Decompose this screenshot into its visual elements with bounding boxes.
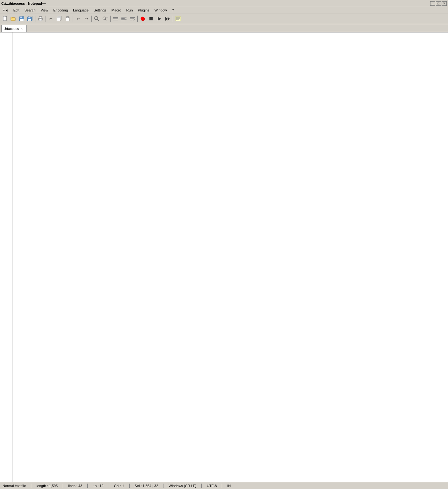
svg-rect-31 [130,20,132,20]
status-sel: Sel : 1,364 | 32 [135,484,158,488]
function-list-button[interactable] [174,15,182,23]
tab-label: .htaccess [4,27,19,31]
menu-bar: File Edit Search View Encoding Language … [0,7,448,13]
svg-marker-36 [168,17,170,21]
menu-language[interactable]: Language [72,8,90,12]
menu-search[interactable]: Search [23,8,37,12]
editor-area [0,32,448,482]
svg-rect-33 [149,17,153,20]
menu-encoding[interactable]: Encoding [52,8,69,12]
toolbar-separator-2 [46,16,46,22]
maximize-button[interactable]: □ [436,1,441,6]
status-ins: IN [227,484,231,488]
toolbar-separator-3 [73,16,73,22]
status-separator-2 [63,484,63,488]
status-line-ending: Windows (CR LF) [169,484,196,488]
menu-help[interactable]: ? [171,8,175,12]
toolbar: ✂ ↩ ↪ → [0,13,448,24]
svg-rect-22 [113,17,118,18]
status-separator-6 [163,484,163,488]
toolbar-separator-6 [137,16,138,22]
toolbar-separator-4 [91,16,92,22]
copy-button[interactable] [55,15,63,23]
status-separator-3 [87,484,88,488]
status-separator-5 [129,484,130,488]
menu-macro[interactable]: Macro [110,8,123,12]
menu-window[interactable]: Window [153,8,168,12]
macro-stop-button[interactable] [147,15,155,23]
menu-plugins[interactable]: Plugins [137,8,151,12]
zoom-in-button[interactable] [112,15,119,23]
menu-run[interactable]: Run [125,8,134,12]
macro-record-button[interactable] [139,15,147,23]
tab-close-button[interactable]: ✕ [20,27,24,31]
svg-point-32 [141,17,145,21]
svg-point-17 [95,17,98,20]
status-separator-8 [222,484,222,488]
status-separator-1 [31,484,31,488]
status-lines: lines : 43 [68,484,82,488]
svg-rect-0 [3,16,6,21]
menu-edit[interactable]: Edit [12,8,21,12]
undo-button[interactable]: ↩ [74,15,82,23]
close-button[interactable]: ✕ [442,1,447,6]
svg-rect-14 [57,17,60,21]
redo-button[interactable]: ↪ [83,15,90,23]
menu-view[interactable]: View [40,8,50,12]
toolbar-separator-1 [35,16,35,22]
save-all-button[interactable] [26,15,34,23]
status-separator-4 [109,484,109,488]
svg-text:→: → [105,16,108,19]
svg-rect-28 [121,21,125,21]
svg-marker-34 [158,17,161,21]
svg-rect-2 [11,17,13,18]
cut-button[interactable]: ✂ [47,15,55,23]
svg-rect-26 [121,18,125,19]
menu-file[interactable]: File [1,8,10,12]
toolbar-separator-7 [173,16,173,22]
minimize-button[interactable]: _ [430,1,435,6]
svg-marker-35 [165,17,168,21]
save-button[interactable] [18,15,25,23]
svg-rect-30 [130,18,134,19]
macro-play-all-button[interactable] [164,15,171,23]
print-button[interactable] [37,15,44,23]
open-button[interactable] [10,15,17,23]
svg-rect-37 [176,17,181,21]
menu-settings[interactable]: Settings [92,8,108,12]
status-bar: Normal text file length : 1,595 lines : … [0,482,448,489]
wrap-button[interactable] [128,15,136,23]
svg-rect-29 [130,17,135,18]
svg-rect-16 [67,17,69,18]
svg-rect-25 [121,17,126,18]
svg-rect-5 [20,19,24,21]
status-encoding: UTF-8 [207,484,217,488]
paste-button[interactable] [64,15,71,23]
svg-rect-27 [121,19,126,20]
zoom-out-button[interactable] [120,15,128,23]
status-col: Col : 1 [114,484,124,488]
title-controls: _ □ ✕ [430,1,447,6]
macro-play-button[interactable] [155,15,163,23]
status-ln: Ln : 12 [93,484,104,488]
tab-htaccess[interactable]: .htaccess ✕ [1,25,27,32]
svg-rect-7 [28,17,30,18]
new-button[interactable] [1,15,9,23]
code-area[interactable] [13,32,448,482]
svg-rect-12 [39,19,42,21]
svg-rect-4 [20,17,22,18]
status-file-type: Normal text file [3,484,26,488]
replace-button[interactable]: → [101,15,109,23]
status-length: length : 1,595 [36,484,58,488]
title-bar: C:\...\htaccess - Notepad++ _ □ ✕ [0,0,448,7]
find-button[interactable] [93,15,101,23]
title-text: C:\...\htaccess - Notepad++ [1,2,46,5]
status-separator-7 [201,484,202,488]
svg-line-20 [105,19,106,20]
svg-rect-24 [113,20,118,20]
svg-rect-23 [113,18,118,19]
toolbar-separator-5 [110,16,111,22]
tab-bar: .htaccess ✕ [0,24,448,32]
svg-point-19 [103,17,105,19]
line-numbers [0,32,13,482]
